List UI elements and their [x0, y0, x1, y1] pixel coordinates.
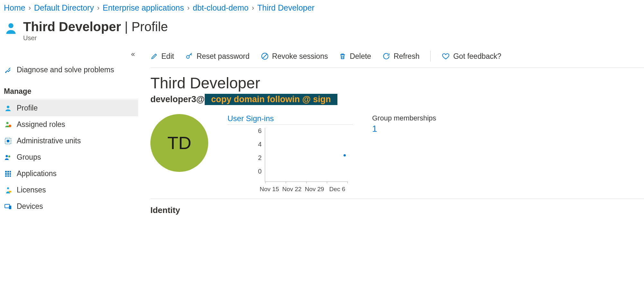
licenses-icon: [4, 186, 12, 194]
toolbar-label: Delete: [350, 52, 371, 61]
breadcrumb-enterprise-apps[interactable]: Enterprise applications: [103, 3, 184, 13]
avatar-initials: TD: [167, 132, 192, 153]
group-memberships-label: Group memberships: [372, 114, 436, 122]
toolbar-label: Reset password: [197, 52, 250, 61]
svg-line-24: [263, 54, 267, 58]
chevron-right-icon: ›: [29, 4, 31, 12]
toolbar-label: Refresh: [394, 52, 420, 61]
svg-rect-11: [10, 171, 11, 173]
toolbar: Edit Reset password Revoke sessions Dele…: [150, 47, 644, 68]
group-memberships-panel: Group memberships 1: [372, 114, 436, 184]
sidebar-item-label: Devices: [17, 202, 43, 211]
page-header: Third Developer | Profile User: [0, 15, 644, 47]
svg-rect-21: [9, 206, 11, 209]
toolbar-separator: [430, 51, 431, 62]
y-tick: 0: [255, 168, 262, 181]
sidebar-item-label: Groups: [17, 153, 41, 162]
data-point: [344, 154, 346, 156]
toolbar-label: Edit: [161, 52, 174, 61]
page-title-suffix: Profile: [131, 20, 168, 34]
svg-rect-10: [7, 171, 9, 173]
collapse-sidebar-icon[interactable]: «: [131, 50, 135, 58]
svg-point-4: [9, 125, 11, 127]
x-tick: Nov 15: [260, 186, 279, 193]
sidebar-item-profile[interactable]: Profile: [0, 100, 138, 116]
breadcrumb: Home › Default Directory › Enterprise ap…: [0, 0, 644, 15]
svg-point-2: [7, 106, 9, 108]
profile-display-name: Third Developer: [150, 75, 644, 92]
svg-point-22: [186, 56, 189, 58]
reset-password-button[interactable]: Reset password: [185, 52, 250, 61]
avatar: TD: [150, 114, 208, 172]
breadcrumb-home[interactable]: Home: [4, 3, 25, 13]
svg-rect-17: [10, 175, 11, 177]
admin-units-icon: [4, 137, 12, 145]
user-icon: [4, 22, 18, 36]
profile-icon: [4, 104, 12, 112]
heart-icon: [442, 52, 450, 60]
assigned-roles-icon: [4, 120, 12, 129]
sidebar-item-label: Profile: [17, 104, 38, 112]
refresh-icon: [382, 52, 390, 60]
trash-icon: [339, 52, 346, 60]
content-area: Edit Reset password Revoke sessions Dele…: [138, 47, 644, 215]
sidebar-item-devices[interactable]: Devices: [0, 198, 138, 215]
sidebar-item-label: Assigned roles: [17, 120, 65, 129]
y-tick: 2: [255, 154, 262, 168]
chevron-right-icon: ›: [252, 4, 254, 12]
sidebar-item-assigned-roles[interactable]: Assigned roles: [0, 116, 138, 133]
svg-rect-9: [5, 171, 7, 173]
svg-point-3: [6, 122, 9, 124]
sidebar-item-label: Licenses: [17, 186, 46, 194]
page-subtitle: User: [23, 34, 168, 42]
svg-rect-15: [5, 175, 7, 177]
y-tick: 4: [255, 141, 262, 154]
group-memberships-count[interactable]: 1: [372, 124, 436, 134]
x-tick: Dec 6: [329, 186, 345, 193]
svg-rect-13: [7, 173, 9, 175]
svg-rect-16: [7, 175, 9, 177]
identity-heading: Identity: [150, 205, 644, 215]
refresh-button[interactable]: Refresh: [382, 52, 420, 61]
applications-icon: [4, 170, 12, 178]
feedback-button[interactable]: Got feedback?: [442, 52, 501, 61]
signins-chart: 6 4 2 0 Nov 15 Nov: [228, 126, 353, 184]
sidebar-item-licenses[interactable]: Licenses: [0, 182, 138, 198]
x-tick: Nov 22: [282, 186, 301, 193]
breadcrumb-user[interactable]: Third Developer: [257, 3, 315, 13]
key-icon: [185, 52, 193, 60]
y-tick: 6: [255, 127, 262, 141]
sidebar-heading-manage: Manage: [0, 78, 138, 99]
sidebar-item-label: Applications: [17, 169, 57, 178]
profile-email: developer3@ copy domain followin @ sign: [150, 94, 644, 105]
edit-icon: [150, 52, 158, 60]
toolbar-label: Got feedback?: [453, 52, 501, 61]
svg-rect-14: [10, 173, 11, 175]
sidebar-item-diagnose[interactable]: Diagnose and solve problems: [0, 62, 138, 78]
svg-rect-19: [9, 191, 11, 192]
delete-button[interactable]: Delete: [339, 52, 371, 61]
chart-plot: [265, 128, 348, 182]
svg-point-18: [7, 187, 9, 189]
breadcrumb-directory[interactable]: Default Directory: [34, 3, 94, 13]
sidebar-item-applications[interactable]: Applications: [0, 165, 138, 182]
sidebar-item-groups[interactable]: Groups: [0, 149, 138, 165]
revoke-sessions-button[interactable]: Revoke sessions: [261, 52, 328, 61]
sidebar-item-label: Diagnose and solve problems: [17, 66, 114, 74]
breadcrumb-app[interactable]: dbt-cloud-demo: [193, 3, 249, 13]
section-divider: [150, 199, 644, 199]
signins-title[interactable]: User Sign-ins: [228, 114, 353, 125]
page-title: Third Developer | Profile: [23, 20, 168, 34]
sidebar-item-admin-units[interactable]: Administrative units: [0, 133, 138, 149]
diagnose-icon: [4, 66, 12, 74]
svg-rect-20: [5, 204, 10, 208]
profile-email-redacted: copy domain followin @ sign: [205, 94, 337, 105]
sidebar: « Diagnose and solve problems Manage Pro…: [0, 47, 138, 215]
svg-point-8: [8, 155, 10, 157]
svg-point-7: [6, 155, 8, 157]
svg-point-0: [8, 23, 13, 28]
svg-rect-6: [7, 140, 9, 142]
toolbar-label: Revoke sessions: [272, 52, 328, 61]
signins-panel: User Sign-ins 6 4 2 0: [228, 114, 353, 184]
edit-button[interactable]: Edit: [150, 52, 174, 61]
